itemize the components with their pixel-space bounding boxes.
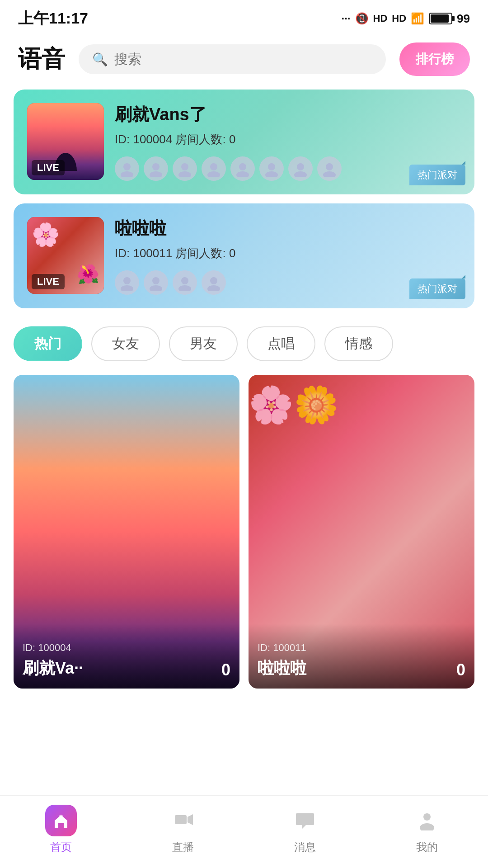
live-card-1[interactable]: LIVE 刷就Vans了 ID: 100004 房间人数: 0 [14, 90, 474, 194]
avatar-3 [173, 156, 197, 181]
nav-home-label: 首页 [50, 840, 72, 854]
ranking-button[interactable]: 排行榜 [399, 42, 470, 76]
wifi-icon: 📶 [411, 12, 424, 25]
live-card-2[interactable]: LIVE 啦啦啦 ID: 100011 房间人数: 0 热门派 [14, 203, 474, 308]
live-badge-2: LIVE [32, 274, 65, 289]
grid-name-2: 啦啦啦 [258, 657, 465, 679]
svg-point-22 [210, 277, 217, 284]
live-meta-1: ID: 100004 房间人数: 0 [115, 132, 461, 147]
svg-point-23 [207, 285, 220, 291]
svg-point-4 [181, 163, 188, 170]
grid-section: ID: 100004 刷就Va·· 0 ID: 100011 啦啦啦 0 [0, 370, 488, 702]
live-badge-1: LIVE [32, 160, 65, 175]
nav-mine[interactable]: 我的 [411, 805, 443, 854]
grid-card-1[interactable]: ID: 100004 刷就Va·· 0 [14, 375, 239, 689]
hot-badge-2: 热门派对 [409, 278, 465, 299]
svg-point-14 [326, 163, 333, 170]
svg-point-9 [236, 171, 249, 177]
search-bar[interactable]: 🔍 [79, 44, 386, 74]
nav-message-label: 消息 [294, 840, 316, 854]
tab-singalong[interactable]: 点唱 [247, 326, 315, 361]
nav-home[interactable]: 首页 [45, 805, 77, 854]
avatar-2-4 [202, 270, 226, 295]
svg-point-16 [123, 277, 131, 284]
svg-point-18 [152, 277, 160, 284]
nav-mine-label: 我的 [416, 840, 438, 854]
avatar-4 [202, 156, 226, 181]
svg-point-11 [265, 171, 278, 177]
svg-point-6 [210, 163, 217, 170]
header: 语音 🔍 排行榜 [0, 33, 488, 85]
phone-icon: 📵 [355, 12, 369, 25]
svg-marker-27 [188, 814, 193, 825]
svg-point-17 [121, 285, 133, 291]
avatar-2-2 [144, 270, 168, 295]
tab-hot[interactable]: 热门 [14, 326, 82, 361]
status-time: 上午11:17 [18, 8, 88, 29]
grid-count-1: 0 [221, 660, 230, 679]
signal-bars-hd2: HD [392, 13, 406, 24]
svg-point-19 [150, 285, 162, 291]
svg-point-7 [207, 171, 220, 177]
battery-percent: 99 [457, 12, 470, 26]
status-bar: 上午11:17 ··· 📵 HD HD 📶 99 [0, 0, 488, 33]
tab-girlfriend[interactable]: 女友 [91, 326, 160, 361]
svg-point-8 [239, 163, 246, 170]
live-thumb-2: LIVE [27, 217, 104, 294]
signal-icon: ··· [342, 12, 351, 25]
search-icon: 🔍 [92, 52, 108, 67]
svg-point-15 [323, 171, 336, 177]
nav-live[interactable]: 直播 [167, 805, 199, 854]
svg-point-3 [150, 171, 162, 177]
avatar-2 [144, 156, 168, 181]
live-name-1: 刷就Vans了 [115, 103, 461, 126]
svg-point-13 [294, 171, 307, 177]
status-icons: ··· 📵 HD HD 📶 99 [342, 12, 470, 26]
page-title: 语音 [18, 43, 65, 75]
avatar-6 [259, 156, 284, 181]
svg-point-5 [178, 171, 191, 177]
svg-point-20 [181, 277, 188, 284]
hot-badge-1: 热门派对 [409, 165, 465, 185]
avatar-7 [288, 156, 313, 181]
svg-point-21 [178, 285, 191, 291]
live-meta-2: ID: 100011 房间人数: 0 [115, 245, 461, 261]
grid-id-1: ID: 100004 [23, 642, 230, 654]
avatar-5 [230, 156, 255, 181]
bottom-nav: 首页 直播 消息 我的 [0, 795, 488, 868]
grid-count-2: 0 [456, 660, 465, 679]
battery-icon [429, 13, 452, 24]
message-icon [289, 805, 321, 836]
filter-tabs: 热门 女友 男友 点唱 情感 [0, 313, 488, 370]
mine-icon [411, 805, 443, 836]
grid-name-1: 刷就Va·· [23, 657, 230, 679]
svg-point-29 [420, 823, 434, 830]
avatar-2-3 [173, 270, 197, 295]
svg-point-1 [121, 171, 133, 177]
svg-point-0 [123, 163, 131, 170]
svg-rect-26 [175, 815, 187, 824]
live-thumb-1: LIVE [27, 103, 104, 180]
avatar-2-1 [115, 270, 139, 295]
svg-point-10 [268, 163, 275, 170]
tab-boyfriend[interactable]: 男友 [169, 326, 238, 361]
signal-bars-hd: HD [373, 13, 388, 24]
nav-live-label: 直播 [172, 840, 194, 854]
live-cards-section: LIVE 刷就Vans了 ID: 100004 房间人数: 0 [0, 85, 488, 313]
grid-overlay-1: ID: 100004 刷就Va·· [14, 624, 239, 689]
search-input[interactable] [114, 52, 372, 67]
home-icon [45, 805, 77, 836]
live-name-2: 啦啦啦 [115, 217, 461, 240]
svg-point-12 [297, 163, 304, 170]
svg-point-2 [152, 163, 160, 170]
grid-overlay-2: ID: 100011 啦啦啦 [249, 624, 474, 689]
live-icon [167, 805, 199, 836]
avatar-8 [317, 156, 342, 181]
grid-id-2: ID: 100011 [258, 642, 465, 654]
tab-emotion[interactable]: 情感 [324, 326, 393, 361]
grid-card-2[interactable]: ID: 100011 啦啦啦 0 [249, 375, 474, 689]
svg-point-28 [423, 813, 431, 821]
svg-point-25 [59, 815, 63, 819]
nav-message[interactable]: 消息 [289, 805, 321, 854]
avatar-1 [115, 156, 139, 181]
